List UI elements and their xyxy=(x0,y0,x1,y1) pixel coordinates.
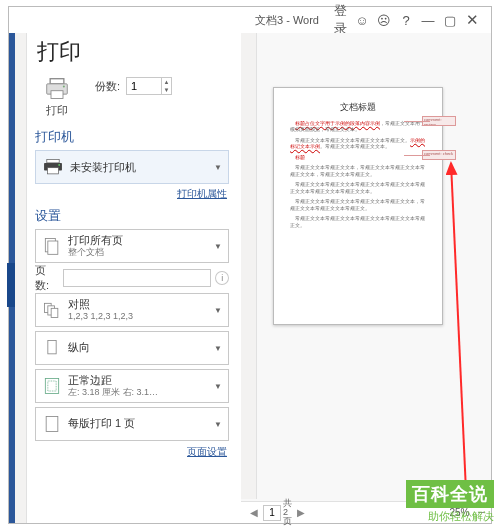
svg-rect-16 xyxy=(46,417,58,432)
svg-rect-12 xyxy=(51,308,58,317)
collate-l1: 对照 xyxy=(68,298,214,311)
orient-l1: 纵向 xyxy=(68,341,214,354)
page-title: 打印 xyxy=(37,37,229,67)
printer-properties-link[interactable]: 打印机属性 xyxy=(35,187,227,201)
sheet-icon xyxy=(42,414,62,434)
copies-input[interactable] xyxy=(127,78,161,94)
comment-connector xyxy=(404,121,430,122)
svg-rect-2 xyxy=(51,91,63,99)
scope-l1: 打印所有页 xyxy=(68,234,214,247)
backstage-edge xyxy=(9,33,15,523)
face-smile-icon[interactable]: ☺ xyxy=(351,13,373,28)
face-frown-icon[interactable]: ☹ xyxy=(373,13,395,28)
svg-rect-4 xyxy=(47,159,59,162)
page-total: 共2页 xyxy=(283,499,292,526)
watermark-sub: 助你轻松解决 xyxy=(406,509,494,524)
svg-rect-0 xyxy=(50,79,64,84)
chevron-down-icon: ▼ xyxy=(214,242,222,251)
svg-line-17 xyxy=(451,163,467,513)
svg-rect-6 xyxy=(48,168,59,174)
print-button-label: 打印 xyxy=(46,103,68,118)
page-preview: 文档标题 标题占位文字用于示例的段落内容示例，常规正文文本用于模拟页面预览，常规… xyxy=(273,87,443,325)
pages-input[interactable] xyxy=(63,269,211,287)
printer-icon xyxy=(42,158,64,176)
chevron-up-icon[interactable]: ▲ xyxy=(161,78,171,86)
collate-l2: 1,2,3 1,2,3 1,2,3 xyxy=(68,311,214,322)
margins-icon xyxy=(42,376,62,396)
margins-l1: 正常边距 xyxy=(68,374,214,387)
print-scope-selector[interactable]: 打印所有页整个文档 ▼ xyxy=(35,229,229,263)
pages-icon xyxy=(42,236,62,256)
svg-point-7 xyxy=(58,164,60,166)
maximize-icon[interactable]: ▢ xyxy=(439,13,461,28)
window-title: 文档3 - Word xyxy=(255,13,319,28)
page-number-input[interactable] xyxy=(263,505,281,521)
info-icon[interactable]: i xyxy=(215,271,229,285)
chevron-down-icon: ▼ xyxy=(214,344,222,353)
chevron-down-icon: ▼ xyxy=(214,420,222,429)
comment-connector xyxy=(404,155,430,156)
close-icon[interactable]: ✕ xyxy=(461,11,483,29)
preview-title: 文档标题 xyxy=(290,102,426,114)
chevron-down-icon: ▼ xyxy=(214,163,222,172)
copies-label: 份数: xyxy=(95,79,120,94)
printer-selector[interactable]: 未安装打印机 ▼ xyxy=(35,150,229,184)
svg-rect-13 xyxy=(48,341,56,354)
svg-rect-9 xyxy=(48,241,58,254)
chevron-down-icon: ▼ xyxy=(214,306,222,315)
help-icon[interactable]: ? xyxy=(395,13,417,28)
vertical-ruler xyxy=(241,33,257,499)
margins-l2: 左: 3.18 厘米 右: 3.1… xyxy=(68,387,214,398)
watermark: 百科全说 助你轻松解决 xyxy=(406,480,494,524)
printer-name: 未安装打印机 xyxy=(70,160,214,175)
margins-selector[interactable]: 正常边距左: 3.18 厘米 右: 3.1… ▼ xyxy=(35,369,229,403)
chevron-down-icon[interactable]: ▼ xyxy=(161,86,171,94)
scope-l2: 整个文档 xyxy=(68,247,214,258)
chevron-down-icon: ▼ xyxy=(214,382,222,391)
prev-page-button[interactable]: ◀ xyxy=(247,507,261,518)
watermark-title: 百科全说 xyxy=(406,480,494,508)
settings-heading: 设置 xyxy=(35,207,229,225)
printer-icon xyxy=(43,77,71,101)
minimize-icon[interactable]: — xyxy=(417,13,439,28)
page-setup-link[interactable]: 页面设置 xyxy=(35,445,227,459)
svg-point-3 xyxy=(63,85,65,87)
copies-stepper[interactable]: ▲▼ xyxy=(126,77,172,95)
orientation-selector[interactable]: 纵向 ▼ xyxy=(35,331,229,365)
portrait-icon xyxy=(42,338,62,358)
pages-per-sheet-selector[interactable]: 每版打印 1 页 ▼ xyxy=(35,407,229,441)
collate-selector[interactable]: 对照1,2,3 1,2,3 1,2,3 ▼ xyxy=(35,293,229,327)
printer-heading: 打印机 xyxy=(35,128,229,146)
sheets-l1: 每版打印 1 页 xyxy=(68,417,214,430)
pages-label: 页数: xyxy=(35,263,59,293)
scroll-gutter xyxy=(15,33,27,523)
collate-icon xyxy=(42,300,62,320)
print-button[interactable]: 打印 xyxy=(35,77,79,118)
next-page-button[interactable]: ▶ xyxy=(294,507,308,518)
